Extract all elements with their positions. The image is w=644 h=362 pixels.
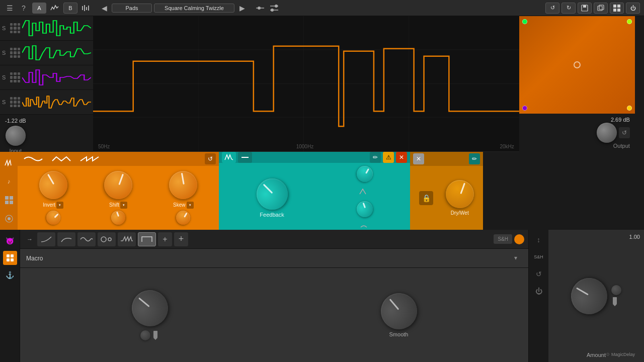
xy-corner-br[interactable] xyxy=(627,106,632,111)
env-shape-wave[interactable] xyxy=(77,232,96,246)
mode-b-button[interactable]: B xyxy=(63,3,77,14)
input-knob[interactable] xyxy=(6,126,26,146)
invert-small-knob[interactable] xyxy=(43,208,63,228)
mixer-icon2[interactable] xyxy=(255,3,266,14)
next-preset-button[interactable]: ▶ xyxy=(236,3,248,14)
devil-icon[interactable]: 😈 xyxy=(3,234,17,248)
env-shape-fall[interactable] xyxy=(37,232,55,246)
feedback-main-knob[interactable] xyxy=(250,172,294,216)
xy-center-point[interactable] xyxy=(574,61,581,68)
feedback-small-knob-2[interactable] xyxy=(354,199,375,219)
xy-corner-bl[interactable] xyxy=(522,106,527,111)
feedback-flat-btn[interactable] xyxy=(238,152,252,163)
invert-knob[interactable] xyxy=(34,166,72,204)
undo-button[interactable]: ↺ xyxy=(545,3,559,14)
lfo-type-note[interactable]: ♪ xyxy=(3,175,16,188)
drywet-pencil-btn[interactable]: ✏ xyxy=(469,153,480,164)
mixer-icon3[interactable] xyxy=(269,3,280,14)
invert-dropdown[interactable]: ▾ xyxy=(56,202,63,209)
amount-knob[interactable] xyxy=(565,271,614,320)
arrow-icon[interactable]: → xyxy=(24,234,35,245)
wave-grid-2[interactable] xyxy=(10,48,20,58)
help-icon[interactable]: ? xyxy=(18,3,29,14)
lfo-reset-button[interactable]: ↺ xyxy=(205,153,216,164)
skew-small-knob[interactable] xyxy=(174,208,193,227)
lfo-type-midi[interactable] xyxy=(3,212,16,225)
sh-button[interactable]: S&H xyxy=(494,234,512,244)
shift-dropdown[interactable]: ▾ xyxy=(120,202,127,209)
macro-pencil-icon[interactable] xyxy=(152,330,159,340)
right-tool-col: ↕ S&H ↺ ⏻ xyxy=(528,230,548,362)
xy-corner-tr[interactable] xyxy=(627,19,632,24)
lfo-type-env[interactable] xyxy=(3,156,16,169)
feedback-small-knob-1[interactable] xyxy=(354,163,376,185)
env-add-small-btn[interactable]: + xyxy=(158,232,172,246)
skew-knob[interactable] xyxy=(167,169,200,202)
envelope-icon[interactable] xyxy=(49,3,60,14)
svg-marker-38 xyxy=(153,338,157,340)
macro-smooth-area: Macro ▾ xyxy=(20,249,528,362)
bottom-center: → + xyxy=(20,230,528,362)
amount-mini-knob[interactable] xyxy=(611,285,621,295)
xy-pad[interactable] xyxy=(519,16,635,114)
updown-icon[interactable]: ↕ xyxy=(532,233,546,247)
prev-preset-button[interactable]: ◀ xyxy=(99,3,110,14)
output-reset-button[interactable]: ↺ xyxy=(619,127,630,138)
lfo-section: ↺ Invert ▾ xyxy=(18,152,219,230)
amount-knobs xyxy=(571,242,621,350)
lfo-shape-saw[interactable] xyxy=(77,153,102,164)
wave-grid-4[interactable] xyxy=(10,97,20,107)
xy-corner-tl[interactable] xyxy=(522,19,527,24)
wave-preview-4 xyxy=(22,92,91,112)
macro-left-mini-knob[interactable] xyxy=(140,330,150,340)
menu-icon[interactable]: ☰ xyxy=(4,3,15,14)
feedback-env-btn[interactable] xyxy=(222,152,236,163)
env-add-large-btn[interactable]: + xyxy=(174,232,188,246)
power-button[interactable]: ⏻ xyxy=(626,3,640,14)
input-db-value: -1.22 dB xyxy=(5,118,26,124)
lfo-shape-sine[interactable] xyxy=(21,153,46,164)
wave-preview-1 xyxy=(22,18,91,38)
drywet-shuffle-btn[interactable]: ✕ xyxy=(413,153,424,164)
smooth-knob[interactable] xyxy=(373,286,424,336)
wave-grid-1[interactable] xyxy=(10,23,20,33)
env-shape-ripple[interactable] xyxy=(98,232,116,246)
macro-icon[interactable] xyxy=(3,251,17,265)
env-shape-curve[interactable] xyxy=(57,232,75,246)
redo-button[interactable]: ↻ xyxy=(561,3,576,14)
bottom-right-panel: ↕ S&H ↺ ⏻ 1.00 xyxy=(528,230,644,362)
feedback-pencil-btn[interactable]: ✏ xyxy=(370,152,381,163)
drywet-lock-icon[interactable]: 🔒 xyxy=(419,191,433,205)
svg-rect-1 xyxy=(84,5,85,11)
save-button[interactable] xyxy=(578,3,592,14)
amount-pencil-icon[interactable] xyxy=(611,297,618,307)
env-orange-dot[interactable] xyxy=(514,234,524,244)
feedback-shuffle-btn[interactable]: ✕ xyxy=(396,152,407,163)
preset-category[interactable]: Pads xyxy=(112,4,152,13)
macro-dropdown-btn[interactable]: ▾ xyxy=(514,254,522,262)
svg-rect-17 xyxy=(617,9,620,12)
lfo-shape-tri[interactable] xyxy=(49,153,74,164)
svg-rect-15 xyxy=(617,5,620,8)
env-shape-spike[interactable] xyxy=(118,232,136,246)
undo-side-btn[interactable]: ↺ xyxy=(532,267,546,281)
drywet-knob[interactable] xyxy=(442,176,478,212)
grid-button[interactable] xyxy=(610,3,624,14)
shift-small-knob[interactable] xyxy=(109,209,127,227)
skew-dropdown[interactable]: ▾ xyxy=(187,202,194,209)
lfo-type-grid[interactable] xyxy=(3,194,16,207)
power-side-btn[interactable]: ⏻ xyxy=(532,284,546,298)
mixer-icon[interactable] xyxy=(80,3,92,14)
magicdelay-logo: ⚙ MagicDelay xyxy=(601,349,640,360)
skew-label: Skew xyxy=(173,202,185,208)
duplicate-button[interactable] xyxy=(594,3,608,14)
rope-icon[interactable]: ⚓ xyxy=(3,268,17,282)
mode-a-button[interactable]: A xyxy=(32,3,46,14)
env-shape-square[interactable] xyxy=(138,232,156,246)
macro-left-knob[interactable] xyxy=(124,283,175,333)
shift-knob[interactable] xyxy=(100,167,136,203)
preset-name[interactable]: Square Calming Twizzle xyxy=(154,4,234,13)
feedback-warning-btn[interactable]: ⚠ xyxy=(383,152,394,163)
output-knob[interactable] xyxy=(597,123,617,143)
wave-grid-3[interactable] xyxy=(10,72,20,82)
